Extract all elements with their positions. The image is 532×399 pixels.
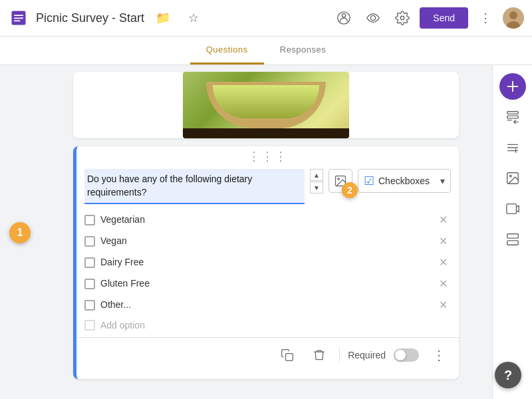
option-label-2: Vegan [100,235,430,247]
svg-point-8 [509,11,517,19]
preview-icon[interactable] [361,6,385,30]
svg-rect-13 [507,112,518,114]
send-button[interactable]: Send [420,7,468,29]
options-list: Vegetarian ✕ Vegan ✕ Dairy Free ✕ Gluten… [76,207,459,337]
help-button[interactable]: ? [495,362,521,388]
image-card [73,72,459,138]
question-arrows: ▲ ▼ [310,169,323,194]
dropdown-arrow-icon: ▾ [440,176,445,186]
drag-handle[interactable]: ⋮⋮⋮ [76,146,459,165]
app-icon [8,7,29,29]
svg-rect-17 [506,204,516,214]
toggle-switch[interactable] [394,348,419,362]
main-content: 1 ⋮⋮⋮ Do you have any of the following d… [0,65,532,399]
topbar-left: Picnic Survey - Start 📁 ☆ [8,6,332,30]
svg-rect-14 [507,116,518,118]
settings-icon[interactable] [390,6,414,30]
tab-responses[interactable]: Responses [264,37,342,65]
option-row-2: Vegan ✕ [84,231,451,252]
svg-point-5 [342,14,346,17]
checkbox-other[interactable] [84,300,95,311]
folder-icon[interactable]: 📁 [151,6,175,30]
delete-button[interactable] [307,343,331,367]
svg-rect-18 [507,234,518,238]
checkbox-add-placeholder [84,320,95,331]
badge-2: 2 [342,182,358,198]
add-image-button[interactable] [499,165,526,192]
card-bottom: Required ⋮ [76,337,459,372]
svg-rect-1 [14,15,23,16]
checkbox-dairy-free[interactable] [84,257,95,268]
tab-questions[interactable]: Questions [190,37,264,65]
question-text-input[interactable]: Do you have any of the following dietary… [84,169,305,204]
avatar [503,7,524,29]
add-option-text[interactable]: Add option [100,320,145,331]
copy-button[interactable] [275,343,299,367]
add-section-button[interactable] [499,226,526,253]
type-label: Checkboxes [378,176,436,186]
badge-1: 1 [9,222,31,243]
topbar-right: Send ⋮ [332,6,524,30]
option-row-5: Other... ✕ [84,295,451,316]
food-image-placeholder [73,72,459,138]
add-title-button[interactable] [499,134,526,161]
option-label-3: Dairy Free [100,257,430,268]
tabs-bar: Questions Responses [0,37,532,65]
option-label-1: Vegetarian [100,214,430,225]
checkbox-gluten-free[interactable] [84,279,95,289]
close-icon-4[interactable]: ✕ [435,277,451,290]
collaborator-icon[interactable] [332,6,356,30]
add-video-button[interactable] [499,196,526,222]
option-row-4: Gluten Free ✕ [84,273,451,295]
close-icon-2[interactable]: ✕ [435,235,451,247]
checkbox-vegetarian[interactable] [84,215,95,225]
option-row-1: Vegetarian ✕ [84,209,451,231]
option-row-3: Dairy Free ✕ [84,252,451,273]
center-content: ⋮⋮⋮ Do you have any of the following die… [40,65,492,399]
more-options-icon[interactable]: ⋮ [473,6,497,30]
image-insert-wrapper: 2 [329,169,352,193]
svg-point-11 [338,178,340,180]
star-icon[interactable]: ☆ [182,6,205,30]
option-label-4: Gluten Free [100,278,430,289]
svg-point-16 [509,175,511,177]
question-card: ⋮⋮⋮ Do you have any of the following die… [73,146,459,379]
svg-rect-12 [286,354,293,361]
required-label: Required [348,350,386,360]
question-top: Do you have any of the following dietary… [76,165,459,207]
left-panel: 1 [0,65,40,399]
svg-point-6 [371,15,376,20]
more-menu-button[interactable]: ⋮ [427,343,451,367]
add-question-button[interactable] [499,73,526,100]
required-toggle[interactable] [394,348,419,362]
arrow-down-btn[interactable]: ▼ [310,182,323,194]
right-sidebar [492,65,532,399]
page-title: Picnic Survey - Start [36,11,144,25]
close-icon-3[interactable]: ✕ [435,256,451,269]
close-icon-1[interactable]: ✕ [435,213,451,226]
topbar: Picnic Survey - Start 📁 ☆ Send ⋮ [0,0,532,37]
food-image [183,72,349,138]
svg-rect-19 [507,241,518,245]
add-option-row[interactable]: Add option [84,316,451,334]
checkbox-check-icon: ☑ [364,174,374,188]
type-selector[interactable]: ☑ Checkboxes ▾ [358,169,451,193]
import-questions-button[interactable] [499,104,526,130]
divider [339,347,340,363]
svg-rect-2 [14,17,23,19]
option-label-5: Other... [100,299,430,311]
svg-rect-3 [14,21,20,22]
question-input-wrapper: Do you have any of the following dietary… [84,169,305,204]
checkbox-vegan[interactable] [84,236,95,247]
close-icon-5[interactable]: ✕ [435,299,451,311]
arrow-up-btn[interactable]: ▲ [310,169,323,181]
